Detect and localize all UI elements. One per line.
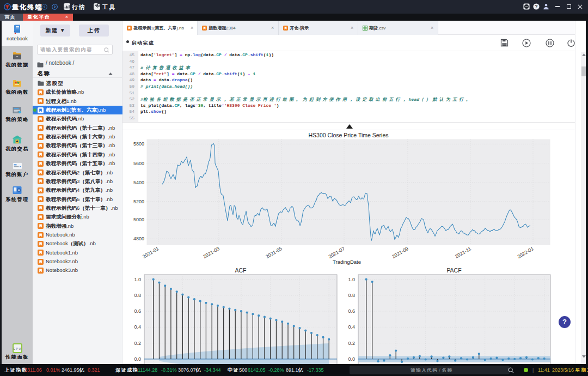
svg-text:0.0: 0.0 [348, 356, 355, 362]
svg-text:HS300 Close Price Time Series: HS300 Close Price Time Series [308, 132, 388, 138]
svg-text:0.2: 0.2 [348, 341, 355, 346]
svg-text:TradingDate: TradingDate [333, 259, 361, 265]
svg-text:PACF: PACF [446, 267, 461, 274]
svg-text:5400: 5400 [133, 180, 144, 185]
svg-text:2021-07: 2021-07 [327, 246, 346, 259]
svg-text:CPU: CPU [13, 347, 21, 350]
svg-text:5000: 5000 [133, 217, 144, 222]
svg-text:2021-11: 2021-11 [454, 246, 472, 259]
svg-text:0.6: 0.6 [348, 308, 355, 314]
svg-text:1.0: 1.0 [348, 277, 355, 282]
svg-text:0.0: 0.0 [134, 356, 141, 362]
svg-text:5600: 5600 [133, 161, 144, 166]
svg-text:5200: 5200 [133, 199, 144, 204]
svg-text:2021-09: 2021-09 [391, 246, 409, 259]
svg-text:0.8: 0.8 [134, 293, 141, 298]
svg-text:0.8: 0.8 [348, 293, 355, 298]
svg-text:2021-05: 2021-05 [265, 246, 283, 259]
svg-text:ACF: ACF [235, 267, 247, 274]
svg-text:0.2: 0.2 [134, 341, 141, 346]
svg-text:0.4: 0.4 [134, 324, 141, 330]
svg-text:2021-01: 2021-01 [142, 246, 160, 259]
svg-text:0.4: 0.4 [348, 324, 355, 330]
svg-text:4800: 4800 [133, 236, 144, 241]
svg-text:?: ? [535, 4, 537, 9]
svg-text:2022-01: 2022-01 [516, 246, 535, 259]
svg-text:1.0: 1.0 [134, 277, 141, 282]
svg-text:5800: 5800 [133, 141, 144, 147]
svg-text:2021-03: 2021-03 [202, 246, 220, 259]
svg-text:0.6: 0.6 [134, 308, 141, 314]
